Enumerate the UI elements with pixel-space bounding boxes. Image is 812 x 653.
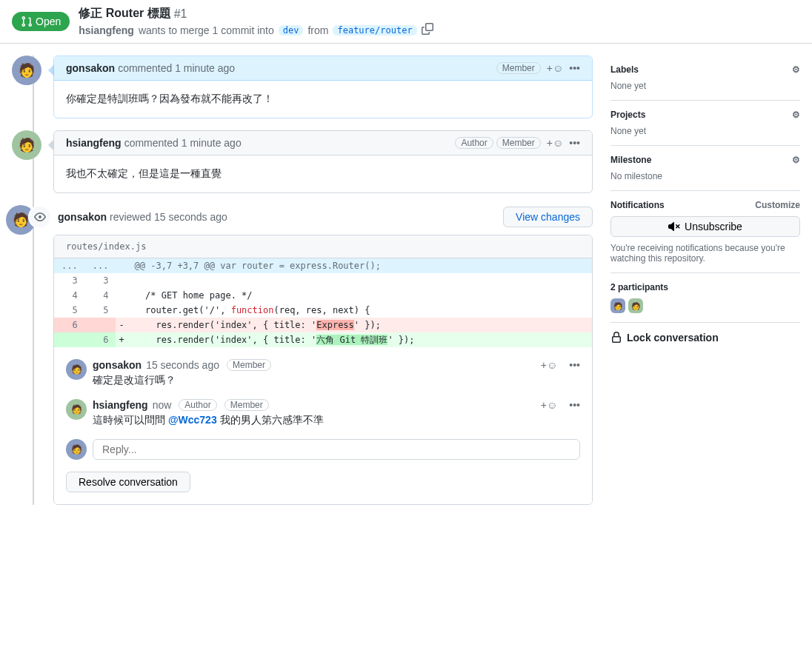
review-comment: 🧑 hsiangfeng now Author Member 這時候可以問問 @…: [66, 393, 580, 433]
comment-meta: commented 1 minute ago: [124, 137, 242, 149]
customize-link[interactable]: Customize: [755, 200, 800, 210]
sidebar-labels: Labels⚙ None yet: [610, 56, 800, 101]
file-header[interactable]: routes/index.js: [54, 235, 592, 258]
review-author[interactable]: gonsakon: [58, 211, 107, 223]
sidebar-projects: Projects⚙ None yet: [610, 101, 800, 146]
sidebar-milestone: Milestone⚙ No milestone: [610, 146, 800, 191]
comment-author[interactable]: gonsakon: [66, 62, 115, 74]
rc-body: 這時候可以問問 @Wcc723 我的男人第六感準不準: [93, 414, 529, 427]
rc-author[interactable]: hsiangfeng: [93, 399, 148, 411]
gear-icon[interactable]: ⚙: [792, 155, 800, 165]
diff-table: ......@@ -3,7 +3,7 @@ var router = expre…: [54, 258, 592, 347]
participant-avatar[interactable]: 🧑: [610, 298, 625, 313]
badge-author: Author: [179, 399, 216, 411]
badge-member: Member: [224, 399, 269, 411]
pr-title: 修正 Router 標題: [79, 6, 170, 21]
resolve-button[interactable]: Resolve conversation: [66, 472, 190, 492]
from-text: from: [307, 24, 328, 36]
comment-body: 我也不太確定，但是這是一種直覺: [54, 155, 592, 192]
kebab-icon[interactable]: •••: [569, 137, 580, 149]
head-branch[interactable]: feature/router: [333, 25, 416, 36]
avatar[interactable]: 🧑: [66, 399, 87, 420]
pr-title-block: 修正 Router 標題 #1 hsiangfeng wants to merg…: [79, 6, 433, 37]
mention[interactable]: @Wcc723: [168, 414, 217, 426]
rc-time: 15 seconds ago: [146, 359, 219, 371]
lock-icon: [610, 332, 622, 344]
comment-box: gonsakon commented 1 minute ago Member +…: [53, 56, 593, 118]
badge-member: Member: [496, 62, 541, 74]
review-comments: 🧑 gonsakon 15 seconds ago Member 確定是改這行嗎…: [54, 347, 592, 504]
pr-header: Open 修正 Router 標題 #1 hsiangfeng wants to…: [0, 0, 812, 44]
rc-author[interactable]: gonsakon: [93, 359, 142, 371]
comment-header: gonsakon commented 1 minute ago Member +…: [54, 56, 592, 81]
sidebar: Labels⚙ None yet Projects⚙ None yet Mile…: [610, 44, 800, 517]
eye-icon: [28, 205, 52, 229]
comment-body: 你確定是特訓班嗎？因為發布就不能再改了！: [54, 81, 592, 118]
kebab-icon[interactable]: •••: [569, 359, 580, 371]
merge-text: wants to merge 1 commit into: [139, 24, 274, 36]
avatar[interactable]: 🧑: [12, 56, 41, 85]
mute-icon: [668, 221, 680, 232]
avatar[interactable]: 🧑: [66, 439, 87, 460]
sidebar-notifications: NotificationsCustomize Unsubscribe You'r…: [610, 191, 800, 273]
gear-icon[interactable]: ⚙: [792, 110, 800, 120]
pr-icon: [21, 16, 33, 27]
unsubscribe-button[interactable]: Unsubscribe: [610, 216, 800, 237]
gear-icon[interactable]: ⚙: [792, 64, 800, 75]
pr-number: #1: [174, 7, 187, 21]
kebab-icon[interactable]: •••: [569, 62, 580, 74]
reply-input[interactable]: [93, 439, 580, 460]
avatar[interactable]: 🧑: [12, 130, 41, 160]
comment-item: 🧑 hsiangfeng commented 1 minute ago Auth…: [12, 130, 593, 193]
status-label: Open: [36, 16, 61, 27]
avatar[interactable]: 🧑: [66, 359, 87, 380]
badge-member: Member: [496, 137, 541, 149]
react-button[interactable]: +☺: [541, 359, 557, 371]
review-comment: 🧑 gonsakon 15 seconds ago Member 確定是改這行嗎…: [66, 353, 580, 393]
badge-member: Member: [227, 359, 271, 371]
participant-avatar[interactable]: 🧑: [628, 298, 643, 313]
lock-conversation[interactable]: Lock conversation: [610, 323, 800, 352]
comment-header: hsiangfeng commented 1 minute ago Author…: [54, 131, 592, 155]
review-item: 🧑 gonsakon reviewed 15 seconds ago View …: [12, 205, 593, 505]
status-badge: Open: [12, 12, 70, 31]
comment-item: 🧑 gonsakon commented 1 minute ago Member…: [12, 56, 593, 118]
rc-time: now: [153, 399, 172, 411]
comment-meta: commented 1 minute ago: [118, 62, 235, 74]
rc-body: 確定是改這行嗎？: [93, 374, 529, 387]
badge-author: Author: [455, 137, 493, 149]
react-button[interactable]: +☺: [547, 137, 563, 149]
kebab-icon[interactable]: •••: [569, 399, 580, 411]
copy-icon[interactable]: [422, 23, 433, 37]
view-changes-button[interactable]: View changes: [503, 207, 593, 227]
react-button[interactable]: +☺: [541, 399, 557, 411]
comment-box: hsiangfeng commented 1 minute ago Author…: [53, 130, 593, 193]
review-box: routes/index.js ......@@ -3,7 +3,7 @@ va…: [53, 235, 593, 505]
comment-author[interactable]: hsiangfeng: [66, 137, 122, 149]
react-button[interactable]: +☺: [547, 62, 563, 74]
timeline: 🧑 gonsakon commented 1 minute ago Member…: [12, 44, 593, 517]
pr-author[interactable]: hsiangfeng: [79, 24, 134, 36]
base-branch[interactable]: dev: [279, 25, 304, 36]
sidebar-participants: 2 participants 🧑 🧑: [610, 273, 800, 323]
